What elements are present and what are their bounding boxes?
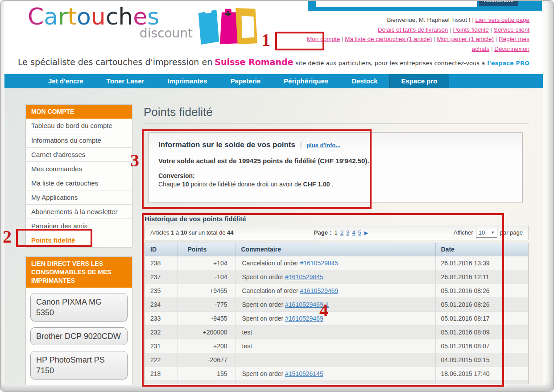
text-segment: CHF 1.00 (303, 181, 330, 188)
text-segment: points de fidélité donne droit un avoir … (189, 181, 303, 188)
logo[interactable]: Cartouches discount (28, 4, 260, 53)
table-row: 231+200test05.01.2016 08:07 (145, 339, 528, 353)
page-link-2[interactable]: 2 (340, 229, 343, 236)
logo-letter: r (58, 3, 67, 30)
sidebar-item-informations-du-compte[interactable]: Informations du compte (26, 133, 132, 147)
more-info-link[interactable]: plus d'info... (306, 142, 340, 149)
order-link[interactable]: #1610529469-1 (285, 301, 329, 308)
comment-text: Cancelation of order (242, 260, 300, 267)
main-panel: Points fidelité Information sur le solde… (144, 88, 529, 384)
account-link-achats[interactable]: achats (471, 45, 489, 52)
logo-letter: u (91, 3, 106, 30)
order-link[interactable]: #1610529845 (300, 260, 338, 267)
nav-item-destock[interactable]: Destock (340, 74, 389, 88)
order-link[interactable]: #1610529469 (285, 315, 323, 322)
page-link-5[interactable]: 5 (358, 229, 361, 236)
current-page: 1 (335, 229, 338, 236)
text-segment: sur un total de (187, 229, 227, 236)
cell-points: -9455 (178, 311, 236, 325)
page-link-4[interactable]: 4 (352, 229, 355, 236)
cell-date: 04.09.2015 09:15 (435, 353, 528, 367)
account-links-row: Délais et tarifs de livraison | Points f… (266, 25, 529, 35)
pagination: Page : 12345▶ (284, 229, 398, 236)
sidebar-item-parrainer-des-amis[interactable]: Parrainer des amis (26, 219, 132, 233)
logo-letter: o (77, 3, 91, 30)
account-link-mon-panier-1-article[interactable]: Mon panier (1 article) (437, 36, 494, 42)
table-header-row: IDPointsCommentaireDate (145, 243, 528, 256)
account-link-r-gler-mes[interactable]: Régler mes (499, 36, 529, 42)
nav-item-imprimantes[interactable]: Imprimantes (156, 74, 219, 88)
printer-button-brother-dcp-9020cdw[interactable]: Brother DCP 9020CDW (30, 327, 128, 345)
account-menu-title: MON COMPTE (26, 105, 132, 119)
printer-button-canon-pixma-mg-5350[interactable]: Canon PIXMA MG 5350 (30, 293, 128, 322)
cell-points: -155 (178, 367, 236, 380)
espace-pro-link[interactable]: l'espace PRO (487, 60, 529, 66)
separator: | (470, 17, 475, 23)
text-segment: 44 (227, 229, 233, 236)
nav-item-papeterie[interactable]: Papeterie (219, 74, 273, 88)
text-segment: Chaque (158, 181, 182, 188)
table-toolbar: Articles 1 à 10 sur un total de 44 Page … (145, 225, 529, 240)
sidebar-item-points-fidelit[interactable]: Points fidelité (26, 233, 132, 247)
nav-item-jet-d-encre[interactable]: Jet d'encre (37, 74, 95, 88)
comment-text: Spent on order (242, 315, 285, 322)
account-link-d-lais-et-tarifs-de-livraison[interactable]: Délais et tarifs de livraison (378, 26, 448, 33)
account-link-service-client[interactable]: Service client (494, 26, 529, 33)
site-header: Recherche Cartouches discount Bienvenue,… (4, 1, 543, 74)
nav-item-toner-laser[interactable]: Toner Laser (95, 74, 156, 88)
account-link-d-connexion[interactable]: Déconnexion (494, 45, 529, 52)
sidebar-item-carnet-d-adresses[interactable]: Carnet d'adresses (26, 147, 132, 161)
cell-date: 05.01.2016 08:26 (435, 284, 528, 297)
page-link-3[interactable]: 3 (346, 229, 349, 236)
search-input[interactable] (316, 0, 478, 7)
comment-text: test (242, 342, 252, 350)
printers-list: Canon PIXMA MG 5350Brother DCP 9020CDWHP… (26, 288, 132, 385)
text-segment: à (174, 229, 180, 236)
per-page-control: Afficher 10 ▼ par page (398, 228, 523, 238)
cell-id: 233 (145, 311, 178, 325)
info-box-heading: Information sur le solde de vos points (158, 140, 295, 149)
order-link[interactable]: #1610529469 (300, 287, 338, 294)
main-navigation: Jet d'encreToner LaserImprimantesPapeter… (4, 74, 543, 88)
table-row: 218-155Spent on order #151052614518.06.2… (145, 367, 528, 380)
text-segment: . (330, 181, 334, 188)
order-link[interactable]: #1610529845 (285, 273, 323, 281)
per-page-select[interactable]: 10 ▼ (476, 228, 497, 238)
cell-points (178, 380, 236, 384)
account-link-points-fidelit[interactable]: Points fidelité (453, 26, 488, 33)
page-label: Page : (314, 229, 331, 236)
history-heading: Historique de vos points fidélité (145, 215, 529, 223)
sidebar-item-mes-commandes[interactable]: Mes commandes (26, 161, 132, 176)
sidebar-item-ma-liste-de-cartouches[interactable]: Ma liste de cartouches (26, 176, 132, 190)
separator: | (489, 45, 494, 52)
cell-points: +104 (178, 256, 236, 270)
separator: | (494, 36, 499, 42)
points-info-box: Information sur le solde de vos points |… (148, 132, 523, 202)
order-link[interactable]: #1510526145 (285, 370, 323, 377)
webpage: Recherche Cartouches discount Bienvenue,… (4, 1, 543, 385)
cell-date: 05.01.2016 08:09 (435, 325, 528, 339)
nav-item-p-riph-riques[interactable]: Périphériques (272, 74, 340, 88)
cell-id: 232 (145, 325, 178, 339)
cell-date: 26.01.2016 13:39 (435, 256, 528, 270)
cell-comment (236, 353, 435, 367)
account-link-lien-vers-cette-page[interactable]: Lien vers cette page (475, 17, 529, 23)
comment-text: test (242, 329, 252, 336)
account-links-row: Mon compte | Ma liste de cartouches (1 a… (266, 34, 529, 44)
next-page-icon[interactable]: ▶ (364, 230, 368, 235)
sidebar-item-abonnements-la-newsletter[interactable]: Abonnements à la newsletter (26, 204, 132, 219)
text-segment: Articles (150, 229, 171, 236)
search-button[interactable]: Recherche (479, 0, 518, 6)
account-link-ma-liste-de-cartouches-1-article[interactable]: Ma liste de cartouches (1 article) (345, 36, 432, 42)
separator: | (298, 141, 305, 149)
sidebar-item-tableau-de-bord-du-compte[interactable]: Tableau de bord du compte (26, 119, 132, 133)
show-label: Afficher (454, 229, 473, 236)
column-header-date: Date (435, 243, 528, 256)
sidebar-item-my-applications[interactable]: My Applications (26, 190, 132, 204)
text-segment: 10 (181, 229, 187, 236)
tagline-subtext: site dédié aux particuliers, pour les en… (296, 60, 485, 66)
printer-button-hp-photosmart-ps-7150[interactable]: HP PhotoSmart PS 7150 (30, 351, 128, 380)
table-row: 238+104Cancelation of order #16105298452… (145, 256, 528, 270)
nav-item-espace-pro[interactable]: Espace pro (389, 74, 450, 88)
account-link-mon-compte[interactable]: Mon compte (307, 36, 340, 42)
